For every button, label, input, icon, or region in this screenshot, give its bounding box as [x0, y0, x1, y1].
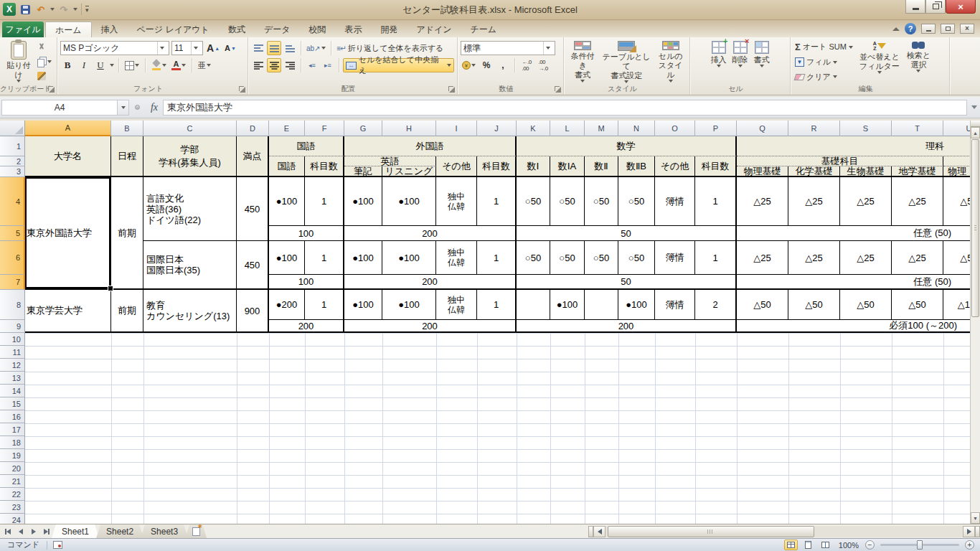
- cell-E7[interactable]: 100: [269, 275, 344, 290]
- cell-P4[interactable]: 1: [695, 177, 737, 226]
- percent-style-button[interactable]: %: [479, 58, 494, 72]
- accounting-format-button[interactable]: ¥: [461, 58, 477, 72]
- page-break-view-button[interactable]: [819, 540, 832, 550]
- close-button[interactable]: ×: [946, 0, 976, 14]
- next-sheet-button[interactable]: [28, 526, 39, 537]
- scroll-right-button[interactable]: [963, 526, 975, 537]
- cell-G3[interactable]: 筆記: [344, 166, 382, 177]
- row-header-15[interactable]: 15: [0, 397, 25, 410]
- column-header-E[interactable]: E: [269, 121, 305, 136]
- row-header-21[interactable]: 21: [0, 475, 25, 488]
- font-color-button[interactable]: A: [170, 58, 187, 72]
- cell-U6[interactable]: △50: [943, 241, 970, 275]
- paste-button[interactable]: 貼り付け: [3, 39, 34, 84]
- tab-addins[interactable]: アドイン: [407, 22, 461, 37]
- vertical-scrollbar[interactable]: ▲ ▼: [970, 121, 980, 524]
- vertical-split-handle[interactable]: [971, 121, 980, 127]
- row-header-9[interactable]: 9: [0, 320, 25, 333]
- cell-Q4[interactable]: △25: [737, 177, 788, 226]
- tab-formulas[interactable]: 数式: [219, 22, 255, 37]
- row-header-20[interactable]: 20: [0, 462, 25, 475]
- phonetic-guide-button[interactable]: 亜: [197, 58, 212, 72]
- cell-B8[interactable]: 前期: [111, 290, 143, 333]
- paste-dropdown-icon[interactable]: [17, 80, 21, 83]
- sheet-tab-sheet1[interactable]: Sheet1: [52, 524, 99, 538]
- row-header-19[interactable]: 19: [0, 449, 25, 462]
- tab-developer[interactable]: 開発: [371, 22, 407, 37]
- column-header-R[interactable]: R: [788, 121, 840, 136]
- fill-color-button[interactable]: [150, 58, 168, 72]
- cell-R6[interactable]: △25: [788, 241, 840, 275]
- column-header-H[interactable]: H: [382, 121, 436, 136]
- cell-K1[interactable]: 数学: [517, 136, 737, 156]
- row-header-24[interactable]: 24: [0, 514, 25, 524]
- cell-N6[interactable]: ○50: [618, 241, 655, 275]
- cell-R8[interactable]: △50: [788, 290, 840, 320]
- cell-G9[interactable]: 200: [344, 320, 517, 333]
- cell-F8[interactable]: 1: [305, 290, 344, 320]
- column-header-B[interactable]: B: [111, 121, 143, 136]
- cell-G4[interactable]: ●100: [344, 177, 382, 226]
- cell-Q6[interactable]: △25: [737, 241, 788, 275]
- cell-J2[interactable]: 科目数: [477, 156, 517, 177]
- cell-R4[interactable]: △25: [788, 177, 840, 226]
- cell-H3[interactable]: リスニング: [382, 166, 436, 177]
- borders-button[interactable]: [123, 58, 141, 72]
- cell-E2[interactable]: 国語: [269, 156, 305, 177]
- cell-E5[interactable]: 100: [269, 226, 344, 241]
- cell-G8[interactable]: ●100: [344, 290, 382, 320]
- cell-P6[interactable]: 1: [695, 241, 737, 275]
- row-header-5[interactable]: 5: [0, 226, 25, 241]
- cell-O6[interactable]: 簿情: [655, 241, 695, 275]
- cell-A4[interactable]: 東京外国語大学: [25, 177, 111, 290]
- cell-S6[interactable]: △25: [840, 241, 892, 275]
- page-layout-view-button[interactable]: [801, 540, 815, 550]
- cell-N2[interactable]: 数ⅡB: [618, 156, 655, 177]
- column-header-K[interactable]: K: [517, 121, 550, 136]
- find-select-button[interactable]: 検索と 選択: [905, 39, 933, 84]
- sheet-tab-sheet3[interactable]: Sheet3: [141, 524, 188, 538]
- tab-team[interactable]: チーム: [461, 22, 507, 37]
- column-header-C[interactable]: C: [143, 121, 237, 136]
- cell-H4[interactable]: ●100: [382, 177, 436, 226]
- decrease-indent-button[interactable]: ◂≡: [305, 58, 319, 72]
- column-header-D[interactable]: D: [237, 121, 269, 136]
- cell-E4[interactable]: ●100: [269, 177, 305, 226]
- minimize-button[interactable]: [905, 0, 925, 14]
- cell-G6[interactable]: ●100: [344, 241, 382, 275]
- underline-dropdown-icon[interactable]: [110, 64, 114, 67]
- alignment-dialog-launcher[interactable]: [448, 85, 456, 93]
- cell-R3[interactable]: 化学基礎: [788, 166, 840, 177]
- cell-U4[interactable]: △50: [943, 177, 970, 226]
- cell-F2[interactable]: 科目数: [305, 156, 344, 177]
- help-icon[interactable]: ?: [905, 23, 916, 34]
- cell-G5[interactable]: 200: [344, 226, 517, 241]
- cell-E6[interactable]: ●100: [269, 241, 305, 275]
- align-bottom-button[interactable]: [283, 41, 297, 55]
- cell-U2[interactable]: [943, 156, 970, 166]
- row-header-3[interactable]: 3: [0, 166, 25, 177]
- column-header-O[interactable]: O: [655, 121, 695, 136]
- increase-indent-button[interactable]: ▸≡: [321, 58, 335, 72]
- row-header-7[interactable]: 7: [0, 275, 25, 290]
- formula-input[interactable]: 東京外国語大学: [163, 100, 967, 116]
- autosum-button[interactable]: Σオート SUM: [793, 40, 854, 55]
- workbook-restore-button[interactable]: [941, 24, 955, 34]
- minimize-ribbon-icon[interactable]: [892, 27, 900, 31]
- cell-S8[interactable]: △50: [840, 290, 892, 320]
- zoom-slider-thumb[interactable]: [917, 540, 923, 550]
- cell-M4[interactable]: ○50: [585, 177, 618, 226]
- cell-M2[interactable]: 数Ⅱ: [585, 156, 618, 177]
- macro-record-icon[interactable]: [53, 541, 62, 549]
- cell-E8[interactable]: ●200: [269, 290, 305, 320]
- font-size-dropdown-icon[interactable]: [191, 42, 200, 55]
- normal-view-button[interactable]: [784, 540, 798, 550]
- column-header-P[interactable]: P: [695, 121, 737, 136]
- cell-B4[interactable]: 前期: [111, 177, 143, 290]
- row-header-8[interactable]: 8: [0, 290, 25, 320]
- cell-O8[interactable]: 簿情: [655, 290, 695, 320]
- decrease-decimal-button[interactable]: .00→.0: [536, 58, 550, 72]
- horizontal-scroll-track[interactable]: [606, 526, 963, 537]
- font-name-select[interactable]: MS Pゴシック: [60, 41, 169, 55]
- row-header-13[interactable]: 13: [0, 372, 25, 385]
